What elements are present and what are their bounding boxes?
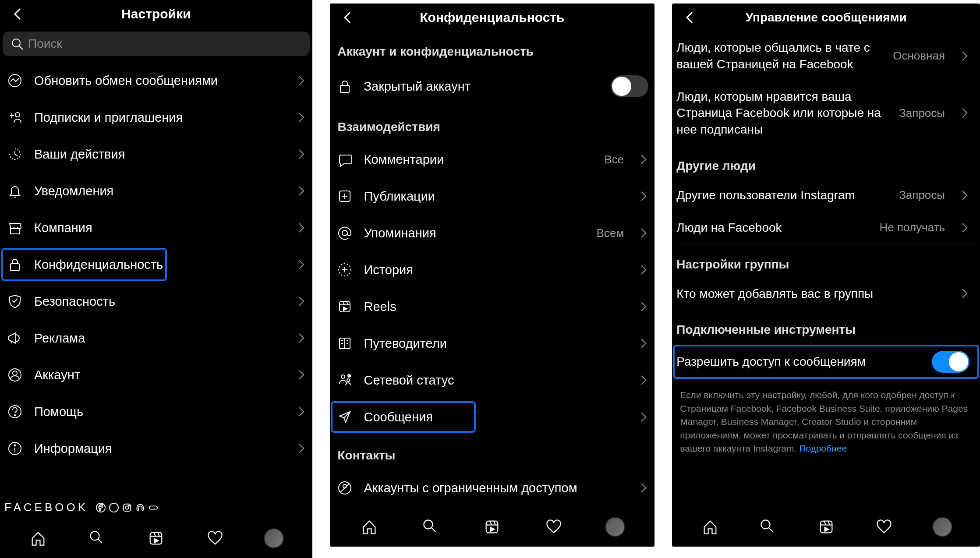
item-send[interactable]: Сообщения xyxy=(330,399,655,435)
item-value: Запросы xyxy=(899,188,945,202)
item-account[interactable]: Аккаунт xyxy=(0,357,312,393)
item-label: Аккаунт xyxy=(34,368,285,382)
item-reels[interactable]: Reels xyxy=(330,288,655,325)
tab-home[interactable] xyxy=(28,528,49,549)
allow-access-toggle[interactable] xyxy=(932,351,969,373)
item-label: Помощь xyxy=(34,405,285,419)
item-status[interactable]: Сетевой статус xyxy=(330,362,655,399)
tab-reels[interactable] xyxy=(145,528,166,549)
item-restricted-accounts[interactable]: Аккаунты с ограниченным доступом xyxy=(330,470,655,506)
search-bar[interactable] xyxy=(3,32,310,56)
footnote: Если включить эту настройку, любой, для … xyxy=(676,381,976,455)
item-fb-0[interactable]: Люди, которые общались в чате с вашей Ст… xyxy=(676,32,976,81)
item-label: Путеводители xyxy=(364,336,628,351)
section-header: Аккаунт и конфиденциальность xyxy=(330,32,655,66)
tab-home[interactable] xyxy=(359,516,380,537)
item-help[interactable]: Помощь xyxy=(0,393,312,430)
item-mention[interactable]: УпоминанияВсем xyxy=(330,215,655,251)
item-label: Упоминания xyxy=(364,226,586,240)
tab-reels[interactable] xyxy=(816,516,837,537)
item-value: Основная xyxy=(893,49,945,63)
item-label: Кто может добавлять вас в группы xyxy=(676,286,948,302)
item-other-1[interactable]: Люди на FacebookНе получать xyxy=(676,212,976,244)
item-label: Конфиденциальность xyxy=(34,258,285,272)
tab-search[interactable] xyxy=(757,516,778,537)
back-button[interactable] xyxy=(9,4,28,24)
item-label: Разрешить доступ к сообщениям xyxy=(676,353,921,370)
item-label: Сообщения xyxy=(364,410,628,424)
account-icon xyxy=(6,366,24,384)
tab-activity[interactable] xyxy=(205,528,226,549)
chevron-right-icon xyxy=(638,375,648,385)
tab-reels[interactable] xyxy=(481,516,502,537)
svg-rect-48 xyxy=(149,506,157,509)
item-label: Reels xyxy=(364,300,628,314)
settings-list: Обновить обмен сообщениямиПодписки и при… xyxy=(0,62,312,554)
private-toggle[interactable] xyxy=(611,75,648,97)
item-info[interactable]: Информация xyxy=(0,430,312,467)
item-value: Запросы xyxy=(899,106,945,120)
tab-profile[interactable] xyxy=(932,516,953,537)
chevron-right-icon xyxy=(638,265,648,275)
learn-more-link[interactable]: Подробнее xyxy=(799,443,847,453)
item-label: Реклама xyxy=(34,331,285,346)
chevron-right-icon xyxy=(296,259,306,270)
tab-profile[interactable] xyxy=(605,516,626,537)
store-icon xyxy=(6,219,24,237)
item-group-add[interactable]: Кто может добавлять вас в группы xyxy=(676,278,976,310)
lock-icon xyxy=(336,78,354,95)
header: Конфиденциальность xyxy=(330,4,655,32)
item-person-plus[interactable]: Подписки и приглашения xyxy=(0,99,312,136)
item-lock[interactable]: Конфиденциальность xyxy=(0,246,312,283)
item-comment[interactable]: КомментарииВсе xyxy=(330,141,655,178)
avatar-icon xyxy=(932,517,952,537)
header: Настройки xyxy=(0,0,312,28)
header-title: Управление сообщениями xyxy=(700,11,952,25)
back-button[interactable] xyxy=(339,8,358,27)
tab-home[interactable] xyxy=(700,516,721,537)
info-icon xyxy=(6,440,24,457)
search-icon xyxy=(11,38,23,50)
chevron-right-icon xyxy=(638,191,648,201)
chevron-right-icon xyxy=(959,222,969,233)
item-other-0[interactable]: Другие пользователи InstagramЗапросы xyxy=(676,179,976,212)
send-icon xyxy=(336,408,354,426)
item-private-account[interactable]: Закрытый аккаунт xyxy=(330,66,655,107)
back-button[interactable] xyxy=(681,8,700,27)
tab-profile[interactable] xyxy=(263,528,284,549)
item-post[interactable]: Публикации xyxy=(330,178,655,215)
item-messenger[interactable]: Обновить обмен сообщениями xyxy=(0,62,312,99)
panel-message-controls: Управление сообщениями Люди, которые общ… xyxy=(672,4,980,547)
item-fb-1[interactable]: Люди, которым нравится ваша Страница Fac… xyxy=(676,81,976,146)
mention-icon xyxy=(336,224,354,242)
item-megaphone[interactable]: Реклама xyxy=(0,320,312,357)
activity-icon xyxy=(6,145,24,163)
item-bell[interactable]: Уведомления xyxy=(0,173,312,209)
brand-icons xyxy=(96,503,158,512)
tab-search[interactable] xyxy=(87,528,108,549)
megaphone-icon xyxy=(6,329,24,347)
bell-icon xyxy=(6,182,24,200)
person-plus-icon xyxy=(6,109,24,126)
avatar-icon xyxy=(264,528,284,548)
comment-icon xyxy=(336,151,354,168)
header: Управление сообщениями xyxy=(672,4,980,32)
search-input[interactable] xyxy=(28,37,302,51)
item-allow-access[interactable]: Разрешить доступ к сообщениям xyxy=(676,343,976,381)
item-store[interactable]: Компания xyxy=(0,209,312,246)
brand-text: FACEBOOK xyxy=(4,501,88,514)
item-shield[interactable]: Безопасность xyxy=(0,283,312,320)
section-header: Взаимодействия xyxy=(330,107,655,141)
item-label: Ваши действия xyxy=(34,147,285,162)
chevron-right-icon xyxy=(296,149,306,159)
item-story[interactable]: История xyxy=(330,251,655,288)
chevron-right-icon xyxy=(638,412,648,422)
chevron-right-icon xyxy=(296,333,306,343)
tab-activity[interactable] xyxy=(874,516,895,537)
item-label: Другие пользователи Instagram xyxy=(676,187,888,204)
chevron-right-icon xyxy=(959,288,969,299)
item-activity[interactable]: Ваши действия xyxy=(0,136,312,173)
tab-search[interactable] xyxy=(420,516,441,537)
item-guides[interactable]: Путеводители xyxy=(330,325,655,362)
tab-activity[interactable] xyxy=(543,516,564,537)
